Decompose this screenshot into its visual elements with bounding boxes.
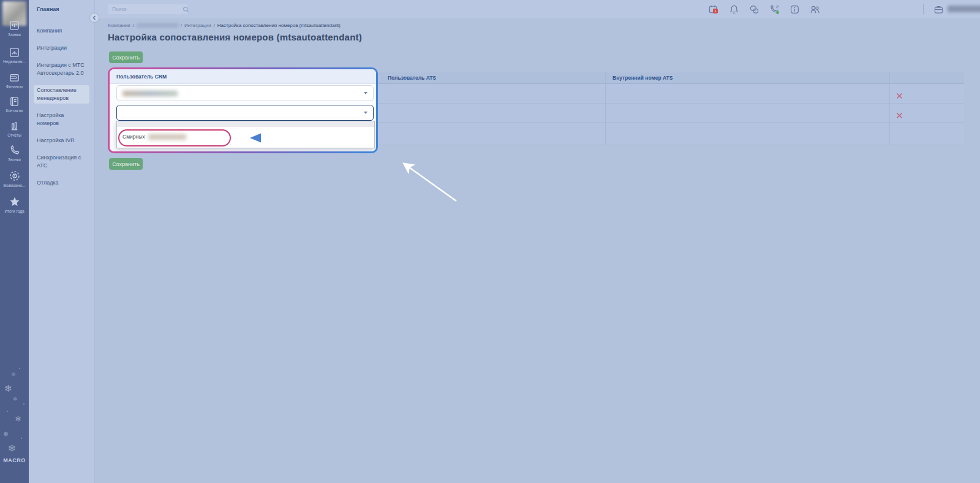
col-header-crm-user: Пользователь CRM — [110, 69, 376, 84]
requests-icon — [9, 20, 20, 31]
annotation-arrow-white — [389, 152, 466, 208]
chevron-left-icon — [92, 15, 96, 20]
crm-user-value-blurred — [123, 91, 178, 96]
crm-user-select-row2-open[interactable] — [116, 105, 374, 121]
col-header-ats-user: Пользователь ATS — [388, 75, 436, 81]
phone-calls-icon[interactable] — [769, 4, 780, 15]
close-x-icon — [896, 93, 903, 99]
search-icon — [183, 6, 189, 13]
snowflake-icon: ❄ — [13, 396, 18, 402]
snowflake-icon: ❄ — [4, 383, 12, 394]
calendar-badge: 1 — [713, 9, 718, 13]
sidebar-item-ivr-settings[interactable]: Настройка IVR — [34, 135, 89, 146]
close-x-icon — [896, 112, 903, 119]
rail-item-requests[interactable]: Заявки — [0, 20, 29, 37]
star-icon — [9, 196, 21, 208]
sidebar-item-manager-mapping[interactable]: Сопоставление менеджеров — [34, 85, 89, 104]
snowflake-icon: ❄ — [8, 443, 16, 454]
save-button-bottom[interactable]: Сохранить — [109, 158, 143, 170]
sidebar-item-number-settings[interactable]: Настройка номеров — [34, 110, 89, 129]
delete-row2-button[interactable] — [894, 110, 904, 120]
brand-logo-text: MACRO — [0, 457, 29, 463]
dropdown-option-smirnykh[interactable]: Смирных — [123, 134, 186, 140]
rail-item-realty[interactable]: Недвижим... — [0, 47, 29, 64]
delete-row1-button[interactable] — [894, 91, 904, 101]
save-button-top[interactable]: Сохранить — [109, 51, 143, 63]
search-input[interactable] — [108, 6, 183, 12]
notifications-bell-icon[interactable] — [728, 4, 739, 15]
calls-icon — [9, 145, 20, 156]
rail-item-year-results[interactable]: Итоги года — [0, 196, 29, 214]
breadcrumb-integrations[interactable]: Интеграции — [184, 23, 211, 28]
rail-item-features[interactable]: Возможно... — [0, 170, 29, 188]
rail-item-contacts[interactable]: Контакты — [0, 96, 29, 113]
snowflake-icon: ❄ — [11, 371, 16, 378]
topbar: 1 — [95, 0, 980, 18]
messages-icon[interactable] — [748, 4, 760, 15]
rail-item-reports[interactable]: Отчёты — [0, 120, 29, 138]
finance-icon — [9, 72, 20, 83]
company-name-blurred[interactable] — [948, 6, 980, 12]
sidebar-item-company[interactable]: Компания — [34, 26, 89, 36]
sidebar-item-integrations[interactable]: Интеграции — [34, 43, 89, 53]
col-header-internal-number: Внутренний номер ATS — [612, 75, 673, 81]
briefcase-icon[interactable] — [933, 4, 944, 15]
users-icon[interactable] — [809, 4, 820, 15]
chevron-down-icon — [364, 92, 368, 94]
breadcrumb-separator — [181, 23, 182, 28]
breadcrumb-company[interactable]: Компания — [108, 23, 130, 28]
option-name-blurred — [148, 134, 186, 140]
contacts-icon — [9, 96, 20, 107]
page-title: Настройка сопоставления номеров (mtsauto… — [108, 32, 362, 42]
reports-icon — [9, 120, 20, 132]
breadcrumb-separator — [133, 23, 134, 28]
topbar-divider — [923, 4, 924, 14]
rail-item-calls[interactable]: Звонки — [0, 145, 29, 162]
sidebar-item-mts-integration[interactable]: Интеграция с МТС Автосекретарь 2.0 — [34, 60, 89, 78]
rail-item-finance[interactable]: Финансы — [0, 72, 29, 89]
calendar-icon[interactable]: 1 — [707, 4, 718, 15]
crm-user-dropdown-panel: Смирных — [116, 121, 375, 148]
features-gear-icon — [9, 170, 21, 182]
sidebar-item-ats-sync[interactable]: Синхронизация с АТС — [34, 153, 89, 171]
breadcrumb-current: Настройка сопоставления номеров (mtsauto… — [217, 23, 341, 28]
breadcrumb-blurred-segment[interactable] — [137, 23, 178, 28]
sidebar-title[interactable]: Главная — [37, 6, 89, 12]
breadcrumb-separator — [214, 23, 215, 28]
crm-user-column: Пользователь CRM Смирных — [110, 69, 376, 151]
info-icon[interactable] — [789, 4, 800, 15]
snowflake-icon: ❄ — [3, 430, 9, 438]
section-sidebar: Главная Компания Интеграции Интеграция с… — [29, 0, 95, 483]
annotation-highlight-box: Пользователь CRM Смирных — [108, 67, 378, 153]
primary-nav-rail: Заявки Недвижим... Финансы Контакты Отчё… — [0, 0, 29, 483]
realty-icon — [9, 47, 20, 58]
snowflake-icon: ❄ — [15, 414, 21, 424]
chevron-down-icon — [364, 112, 368, 114]
crm-user-select-row1[interactable] — [116, 85, 374, 101]
breadcrumb: Компания Интеграции Настройка сопоставле… — [108, 23, 341, 28]
search-box[interactable] — [108, 4, 188, 14]
sidebar-collapse-button[interactable] — [90, 13, 99, 22]
dropdown-empty-option[interactable] — [117, 121, 374, 127]
app-window: 1 — [0, 0, 980, 483]
sidebar-item-debug[interactable]: Отладка — [34, 178, 89, 188]
